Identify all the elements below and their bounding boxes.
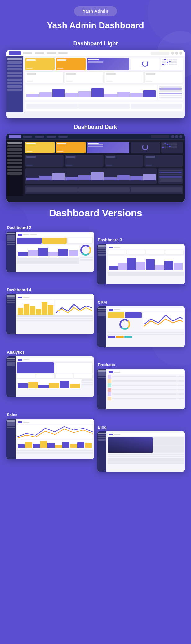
finance-title	[88, 143, 99, 144]
v2-main	[16, 232, 94, 272]
sidebar-item	[7, 159, 22, 161]
product-price	[177, 389, 184, 390]
cal-cell	[167, 147, 168, 148]
v-sidebar-item	[7, 233, 15, 234]
v-table-row	[82, 379, 93, 381]
chart-bars	[26, 86, 156, 97]
stat-val	[66, 156, 75, 158]
todo-item	[159, 174, 182, 175]
cal-cell	[164, 143, 166, 144]
dark-stat-card-w4	[144, 155, 183, 167]
icon-dot	[171, 52, 174, 55]
stat-val	[106, 73, 116, 75]
dark-sidebar	[6, 140, 23, 196]
cal-cell	[167, 146, 168, 147]
sidebar-item	[7, 65, 22, 67]
v-bar	[40, 441, 47, 448]
cal-cell	[164, 59, 166, 60]
v-sidebar-item	[7, 422, 15, 424]
stat-card-1	[25, 58, 55, 70]
v3-topbar	[108, 245, 184, 249]
v-sidebar-item	[7, 300, 15, 301]
product-text	[112, 398, 177, 399]
v-bar	[28, 250, 38, 256]
v-table-row	[17, 318, 93, 319]
bar	[117, 175, 130, 181]
v-table-row	[82, 382, 93, 383]
todo-item	[159, 90, 182, 92]
v-table-row	[108, 334, 184, 335]
v-sidebar-item	[98, 308, 106, 309]
cal-cell	[171, 59, 173, 60]
v-bar	[136, 262, 145, 270]
cal-cell	[162, 64, 164, 65]
product-img	[108, 375, 111, 379]
v-bar	[70, 444, 77, 448]
nav-item	[47, 52, 56, 54]
v-card	[42, 238, 67, 244]
cal-cell	[164, 62, 166, 63]
stat-val	[26, 156, 36, 158]
stat-val	[26, 59, 36, 61]
v-topbar-dot	[109, 434, 113, 435]
v-table-row	[108, 456, 184, 457]
v-bar	[36, 309, 41, 315]
v-bar	[30, 306, 35, 315]
nav-item	[35, 136, 44, 138]
sidebar-item	[7, 82, 22, 84]
mini-version-products	[97, 369, 185, 409]
product-price	[177, 376, 184, 377]
sidebar-item	[7, 68, 22, 70]
blog-topbar	[108, 433, 184, 436]
v-card	[108, 250, 126, 255]
v-topbar-dot	[109, 371, 113, 373]
light-content	[6, 56, 185, 112]
light-main-area	[23, 56, 185, 112]
v-card	[108, 312, 124, 318]
v-bar	[25, 442, 32, 448]
v-sidebar-item	[7, 239, 15, 241]
dark-chart-area	[25, 168, 157, 184]
v-sidebar-item	[7, 364, 15, 366]
product-text	[112, 385, 177, 386]
bar	[104, 94, 117, 97]
sidebar-item	[7, 155, 22, 157]
bar	[65, 177, 78, 180]
bar	[104, 177, 117, 181]
versions-section: Dashboard Versions Dashboard 2	[0, 204, 191, 478]
analytics-metric-cards	[17, 374, 93, 379]
stat-card-white-1	[25, 71, 64, 83]
bar	[91, 88, 104, 97]
products-topbar	[108, 370, 184, 374]
v-sidebar-item	[98, 377, 106, 378]
bar	[39, 92, 52, 97]
chart-area-light	[25, 85, 157, 100]
versions-row-3: Analytics	[6, 350, 185, 409]
product-img	[108, 392, 111, 396]
v-sidebar-item	[7, 362, 15, 364]
analytics-hero-card	[17, 362, 54, 373]
crm-badges	[108, 336, 184, 338]
proj-item	[78, 187, 130, 192]
progress-circle	[142, 61, 148, 67]
version-item-d2: Dashboard 2	[6, 225, 94, 284]
cal-cell	[173, 62, 175, 63]
cal-row	[162, 62, 182, 63]
cal-row	[162, 64, 182, 65]
product-text	[112, 380, 177, 382]
v-bar	[58, 249, 68, 256]
v-bar	[48, 305, 53, 315]
nav-item	[35, 52, 44, 54]
sidebar-item	[7, 145, 22, 147]
dashboard-dark-section: Dashboard Dark	[0, 124, 191, 202]
calendar-card	[161, 58, 183, 70]
blog-side-cards	[153, 437, 184, 453]
bar	[78, 175, 91, 180]
version-item-d3: Dashboard 3	[97, 238, 185, 284]
v-bar	[164, 261, 173, 270]
v-bar	[155, 265, 164, 270]
v3-cards	[108, 250, 184, 255]
crm-main	[106, 306, 185, 347]
product-img	[108, 383, 111, 387]
v-sidebar-item	[98, 254, 106, 256]
